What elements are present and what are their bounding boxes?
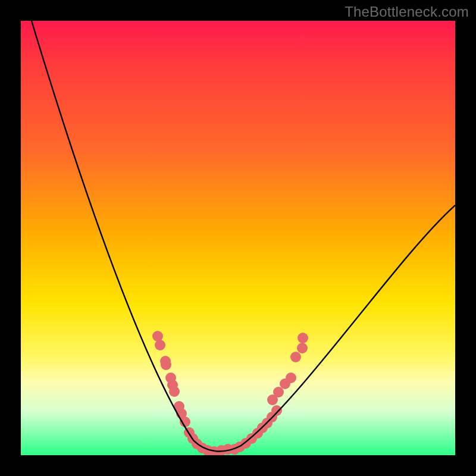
scatter-markers bbox=[152, 331, 308, 455]
data-point bbox=[290, 352, 301, 362]
data-point bbox=[161, 359, 171, 370]
data-point bbox=[169, 386, 180, 397]
chart-frame: TheBottleneck.com bbox=[0, 0, 476, 476]
data-point bbox=[273, 387, 284, 397]
bottleneck-curve bbox=[32, 21, 455, 452]
data-point bbox=[298, 333, 308, 343]
data-point bbox=[297, 343, 308, 353]
plot-area bbox=[21, 21, 455, 455]
data-point bbox=[155, 340, 165, 350]
watermark-text: TheBottleneck.com bbox=[345, 4, 469, 20]
data-point bbox=[271, 405, 282, 416]
data-point bbox=[286, 372, 296, 383]
chart-overlay bbox=[21, 21, 455, 455]
